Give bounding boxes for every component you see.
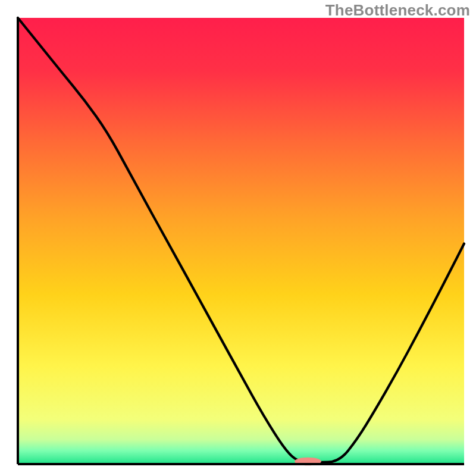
watermark-text: TheBottleneck.com xyxy=(325,1,470,20)
bottleneck-chart xyxy=(0,0,476,476)
gradient-background xyxy=(18,18,464,464)
chart-container: TheBottleneck.com xyxy=(0,0,476,476)
